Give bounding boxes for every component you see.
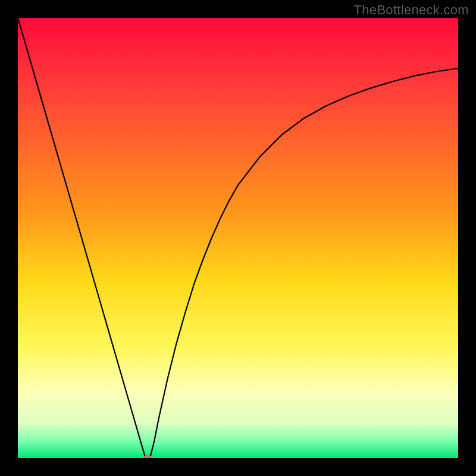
- watermark-text: TheBottleneck.com: [354, 2, 469, 18]
- plot-area: [18, 18, 458, 458]
- chart-svg: [18, 18, 458, 458]
- chart-background: [18, 18, 458, 458]
- chart-container: TheBottleneck.com: [0, 0, 476, 476]
